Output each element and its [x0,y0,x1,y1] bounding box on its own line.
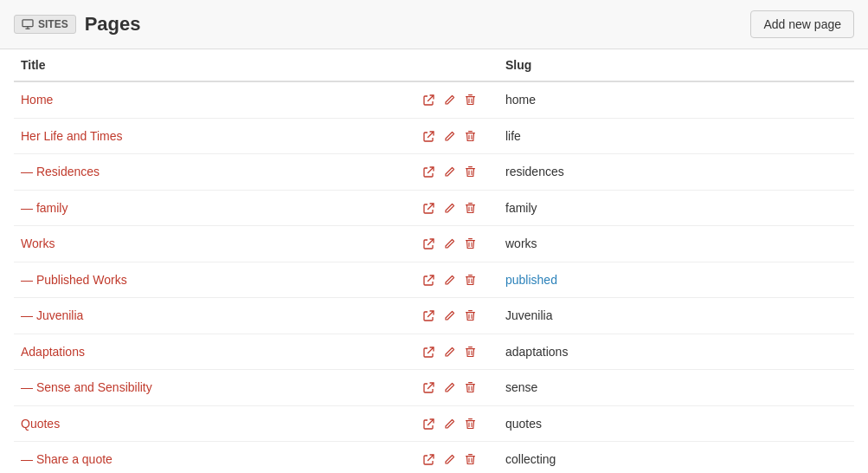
add-new-page-button[interactable]: Add new page [750,10,854,38]
slug-cell-juvenilia: Juvenilia [498,298,854,334]
svg-line-23 [428,240,433,245]
svg-rect-15 [468,166,473,167]
svg-rect-20 [468,203,473,204]
page-title-link-works[interactable]: Works [21,236,55,250]
page-title-link-share-a-quote[interactable]: — Share a quote [21,452,113,466]
edit-icon[interactable] [440,163,459,182]
svg-line-38 [428,347,433,353]
svg-line-8 [428,132,433,137]
edit-icon[interactable] [440,450,459,470]
page-title-link-juvenilia[interactable]: — Juvenilia [21,308,83,322]
svg-line-33 [428,312,433,317]
slug-cell-adaptations: adaptations [498,334,854,370]
table-row: Her Life and Times life [14,118,854,154]
table-row: — Residences residences [14,154,854,191]
page-title-link-quotes[interactable]: Quotes [21,417,60,431]
page-title-link-her-life-and-times[interactable]: Her Life and Times [21,129,123,143]
monitor-icon [22,19,34,29]
edit-icon[interactable] [440,235,459,254]
page-header: SITES Pages Add new page [0,0,868,49]
edit-icon[interactable] [440,342,459,361]
page-title-link-family[interactable]: — family [21,201,68,215]
edit-icon[interactable] [440,414,459,433]
table-row: Adaptations adaptations [14,334,854,370]
table-row: — Share a quote collecting [14,442,854,474]
external-link-icon[interactable] [419,91,438,110]
svg-line-13 [428,168,433,173]
sites-badge[interactable]: SITES [14,15,76,34]
table-row: Quotes quotes [14,405,854,442]
edit-icon[interactable] [440,91,459,110]
svg-rect-30 [468,275,473,275]
slug-value: published [505,273,557,287]
slug-cell-family: family [498,190,854,226]
page-title: Pages [85,13,141,36]
col-actions-header [412,49,498,81]
slug-cell-works: works [498,226,854,262]
svg-rect-55 [468,454,473,455]
sites-label: SITES [38,18,68,30]
svg-line-18 [428,204,433,209]
edit-icon[interactable] [440,379,459,398]
slug-cell-home: home [498,81,854,118]
col-slug-header: Slug [498,49,854,81]
external-link-icon[interactable] [419,379,438,398]
table-row: — Sense and Sensibility sense [14,370,854,406]
external-link-icon[interactable] [419,198,438,217]
col-title-header: Title [14,49,412,81]
table-row: Home home [14,81,854,118]
table-row: — Published Works published [14,262,854,298]
delete-icon[interactable] [460,414,479,433]
delete-icon[interactable] [460,270,479,289]
table-row: — family family [14,190,854,226]
slug-cell-published-works: published [498,262,854,298]
external-link-icon[interactable] [419,270,438,289]
svg-rect-10 [468,131,473,132]
svg-line-53 [428,456,433,461]
delete-icon[interactable] [460,126,479,146]
edit-icon[interactable] [440,198,459,217]
svg-rect-0 [23,20,33,27]
edit-icon[interactable] [440,126,459,146]
svg-line-3 [428,96,433,101]
svg-rect-25 [468,238,473,239]
delete-icon[interactable] [460,378,479,397]
slug-cell-her-life-and-times: life [498,118,854,154]
svg-rect-40 [468,347,473,347]
pages-table: Title Slug Home homeHer Life and Times [14,49,854,473]
svg-line-48 [428,419,433,424]
page-title-link-home[interactable]: Home [21,93,53,107]
external-link-icon[interactable] [419,235,438,254]
table-row: Works works [14,226,854,262]
pages-table-container: Title Slug Home homeHer Life and Times [0,49,868,473]
delete-icon[interactable] [460,162,479,181]
external-link-icon[interactable] [419,450,438,470]
slug-cell-residences: residences [498,154,854,191]
delete-icon[interactable] [460,198,479,217]
delete-icon[interactable] [460,450,479,469]
slug-cell-quotes: quotes [498,405,854,442]
slug-cell-sense-and-sensibility: sense [498,370,854,406]
svg-line-43 [428,384,433,389]
page-title-link-sense-and-sensibility[interactable]: — Sense and Sensibility [21,380,152,394]
delete-icon[interactable] [460,342,479,361]
svg-rect-45 [468,382,473,383]
external-link-icon[interactable] [419,342,438,361]
svg-rect-50 [468,418,473,419]
edit-icon[interactable] [440,307,459,326]
page-title-link-published-works[interactable]: — Published Works [21,273,127,287]
svg-line-28 [428,275,433,281]
delete-icon[interactable] [460,90,479,109]
external-link-icon[interactable] [419,126,438,146]
table-row: — Juvenilia Juvenilia [14,298,854,334]
external-link-icon[interactable] [419,414,438,433]
slug-cell-share-a-quote: collecting [498,442,854,474]
page-title-link-residences[interactable]: — Residences [21,165,100,178]
svg-rect-5 [468,94,473,95]
page-title-link-adaptations[interactable]: Adaptations [21,345,85,359]
delete-icon[interactable] [460,234,479,253]
delete-icon[interactable] [460,306,479,325]
external-link-icon[interactable] [419,307,438,326]
edit-icon[interactable] [440,270,459,289]
external-link-icon[interactable] [419,163,438,182]
